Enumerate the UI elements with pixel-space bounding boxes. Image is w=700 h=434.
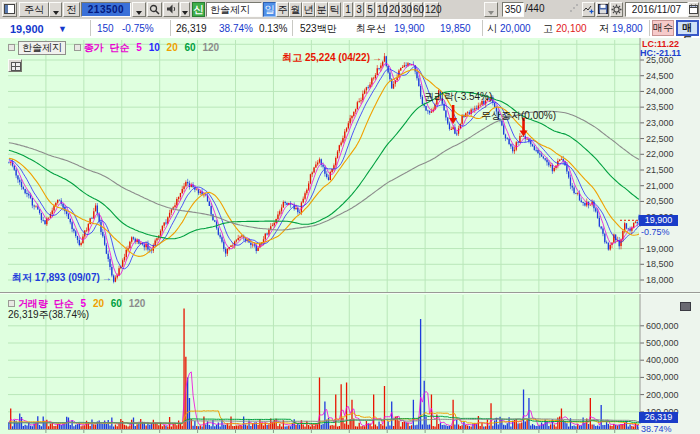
best-ask: 19,900 xyxy=(394,23,425,35)
interval-60-button[interactable]: 60 xyxy=(412,2,423,17)
best-quote-label: 최우선 xyxy=(356,23,386,35)
low-label: 저 xyxy=(599,23,609,35)
svg-text:24,500: 24,500 xyxy=(646,71,674,81)
stock-chip[interactable]: 한솔제지 xyxy=(18,41,66,55)
svg-text:22,500: 22,500 xyxy=(646,134,674,144)
current-volume-badge: 26,319 xyxy=(639,412,678,423)
stock-name-field[interactable]: 한솔제지 xyxy=(206,2,262,17)
hc-label: HC:-21.11 xyxy=(640,48,681,58)
bonus-issue-annotation: 무상증자(0.00%) xyxy=(481,109,556,123)
vol-ma20-legend[interactable]: 20 xyxy=(93,298,104,309)
stock-chart-window: 주식 전 213500 신 한솔제지 일 주 월 년 분 틱 1 3 5 10 … xyxy=(0,0,700,434)
svg-text:600,000: 600,000 xyxy=(646,321,679,331)
high-annotation: 최고 25,224 (04/22)→ xyxy=(282,51,382,65)
trade-amount: 523백만 xyxy=(300,23,337,35)
ma120-legend[interactable]: 120 xyxy=(202,42,219,53)
right-arrow-icon: → xyxy=(102,272,112,283)
svg-text:21,000: 21,000 xyxy=(646,181,674,191)
price-pane-legend: 한솔제지 종가 단순 5 10 20 60 120 xyxy=(8,41,219,55)
low-annotation: 최저 17,893 (09/07)→ xyxy=(12,271,112,285)
legend-method-label: 단순 xyxy=(110,42,130,53)
svg-text:400,000: 400,000 xyxy=(646,355,679,365)
asset-type-select[interactable]: 주식 xyxy=(19,2,49,17)
high-price: 20,100 xyxy=(556,23,587,35)
interval-5-button[interactable]: 5 xyxy=(365,2,375,17)
date-field[interactable]: 2016/11/07 xyxy=(625,2,688,17)
bar-count-input[interactable]: 350 xyxy=(502,2,524,17)
volume-pane-icon[interactable] xyxy=(680,302,691,311)
interval-3-button[interactable]: 3 xyxy=(354,2,364,17)
svg-text:22,000: 22,000 xyxy=(646,149,674,159)
gear-icon[interactable] xyxy=(610,2,623,17)
current-price-badge: 19,900 xyxy=(639,215,678,226)
price-change-pct: -0.75% xyxy=(122,23,154,35)
svg-text:24,000: 24,000 xyxy=(646,86,674,96)
svg-text:500,000: 500,000 xyxy=(646,338,679,348)
extra-dropdown-icon[interactable] xyxy=(484,2,498,17)
svg-text:23,500: 23,500 xyxy=(646,102,674,112)
volume-current-text: 26,319주(38.74%) xyxy=(8,308,89,322)
code-history-dropdown-icon[interactable] xyxy=(132,2,146,17)
speaker-dropdown-icon[interactable] xyxy=(180,2,190,17)
volume-pct-label: 38.74% xyxy=(639,424,683,434)
interval-1-button[interactable]: 1 xyxy=(343,2,353,17)
open-price: 20,000 xyxy=(500,23,531,35)
ex-rights-annotation: 권리락(-3.54%) xyxy=(424,90,492,104)
chart-area: 25,00024,50024,00023,50023,00022,50022,0… xyxy=(0,38,700,434)
current-price: 19,900 xyxy=(10,23,44,35)
speaker-icon[interactable] xyxy=(163,2,179,17)
chart-tools-icon[interactable] xyxy=(582,2,595,17)
high-label: 고 xyxy=(543,23,553,35)
tab-daily[interactable]: 일 xyxy=(263,2,276,17)
svg-text:18,000: 18,000 xyxy=(646,275,674,285)
asset-type-dropdown-icon[interactable] xyxy=(49,2,62,17)
right-arrow-icon: → xyxy=(372,52,382,63)
chart-plot[interactable]: 25,00024,50024,00023,50023,00022,50022,0… xyxy=(0,38,700,434)
tab-tick[interactable]: 틱 xyxy=(328,2,341,17)
turnover-pct: 0.13% xyxy=(259,23,287,35)
panel-toggle-icon[interactable] xyxy=(2,2,17,17)
svg-text:200,000: 200,000 xyxy=(646,390,679,400)
svg-text:23,000: 23,000 xyxy=(646,118,674,128)
prev-stock-button[interactable]: 전 xyxy=(63,2,80,17)
low-price: 19,800 xyxy=(612,23,643,35)
new-listing-badge: 신 xyxy=(192,2,205,17)
interval-20-button[interactable]: 20 xyxy=(388,2,399,17)
down-triangle-icon: ▼ xyxy=(58,23,67,35)
interval-10-button[interactable]: 10 xyxy=(376,2,387,17)
interval-120-button[interactable]: 120 xyxy=(424,2,439,17)
vol-ma60-legend[interactable]: 60 xyxy=(111,298,122,309)
tab-yearly[interactable]: 년 xyxy=(302,2,315,17)
interval-30-button[interactable]: 30 xyxy=(400,2,411,17)
tab-monthly[interactable]: 월 xyxy=(289,2,302,17)
open-label: 시 xyxy=(487,23,497,35)
svg-text:18,500: 18,500 xyxy=(646,259,674,269)
compare-dots-icon[interactable] xyxy=(568,2,580,17)
tab-minute[interactable]: 분 xyxy=(315,2,328,17)
legend-checkbox-icon[interactable] xyxy=(8,300,15,307)
search-icon[interactable] xyxy=(147,2,162,17)
legend-checkbox-icon[interactable] xyxy=(8,44,15,51)
save-icon[interactable] xyxy=(596,2,609,17)
calendar-icon[interactable] xyxy=(688,2,699,17)
price-info-bar: 19,900 ▼ 150 -0.75% 26,319 38.74% 0.13% … xyxy=(0,19,700,39)
grid-tool-icon[interactable] xyxy=(8,59,22,72)
best-bid: 19,850 xyxy=(440,23,471,35)
legend-close-label: 종가 xyxy=(84,42,104,53)
volume-ratio: 38.74% xyxy=(219,23,253,35)
vol-ma120-legend[interactable]: 120 xyxy=(129,298,146,309)
buy-button[interactable]: 매수 xyxy=(652,20,674,36)
ma60-legend[interactable]: 60 xyxy=(185,42,196,53)
ma5-legend[interactable]: 5 xyxy=(136,42,142,53)
current-pct-label: -0.75% xyxy=(639,227,683,237)
svg-text:20,500: 20,500 xyxy=(646,196,674,206)
svg-text:21,500: 21,500 xyxy=(646,165,674,175)
tab-weekly[interactable]: 주 xyxy=(276,2,289,17)
bar-total-label: /440 xyxy=(525,2,551,17)
ma10-legend[interactable]: 10 xyxy=(149,42,160,53)
ma20-legend[interactable]: 20 xyxy=(167,42,178,53)
legend-checkbox-icon[interactable] xyxy=(74,44,81,51)
svg-text:300,000: 300,000 xyxy=(646,372,679,382)
sell-button[interactable]: 매도 xyxy=(676,20,699,36)
stock-code-input[interactable]: 213500 xyxy=(81,2,131,17)
